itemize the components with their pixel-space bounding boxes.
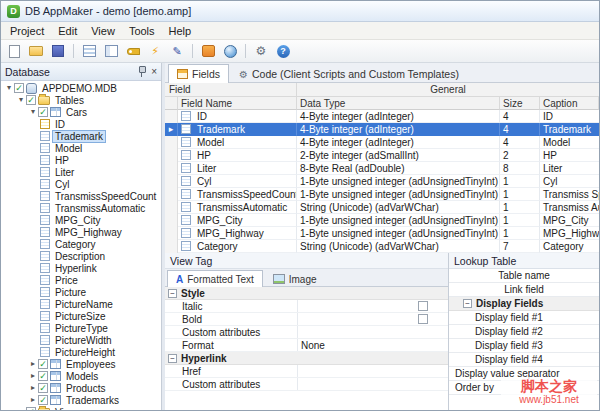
tree-item-cars[interactable]: ▾✓Cars — [1, 106, 161, 118]
italic-checkbox[interactable] — [418, 301, 428, 311]
tree-item-transmissspeedcount[interactable]: TransmissSpeedCount — [1, 190, 161, 202]
field-row-transmissspeedcount[interactable]: TransmissSpeedCount1-Byte unsigned integ… — [165, 188, 599, 201]
tree-item-picturesize[interactable]: PictureSize — [1, 310, 161, 322]
generate-scripts-button[interactable]: ⚡ — [145, 42, 165, 60]
property-value[interactable] — [298, 365, 448, 377]
expand-icon[interactable]: ▸ — [28, 370, 38, 382]
field-row-cyl[interactable]: Cyl1-Byte unsigned integer (adUnsignedTi… — [165, 175, 599, 188]
property-row-bold[interactable]: Bold — [165, 313, 448, 326]
menu-help[interactable]: Help — [162, 24, 199, 38]
property-value[interactable] — [298, 378, 448, 390]
property-row-custom-attributes[interactable]: Custom attributes — [165, 378, 448, 391]
field-row-transmissautomatic[interactable]: TransmissAutomaticString (Unicode) (adVa… — [165, 201, 599, 214]
property-value[interactable] — [298, 326, 448, 338]
collapse-icon[interactable]: ▾ — [16, 94, 26, 106]
lookup-row-link-field[interactable]: Link field — [449, 283, 599, 297]
expand-icon[interactable]: ▸ — [28, 382, 38, 394]
menu-tools[interactable]: Tools — [122, 24, 162, 38]
tree-item-transmissautomatic[interactable]: TransmissAutomatic — [1, 202, 161, 214]
property-row-href[interactable]: Href — [165, 365, 448, 378]
field-row-trademark[interactable]: ▸Trademark4-Byte integer (adInteger)4Tra… — [165, 123, 599, 136]
lookup-row-display-fields[interactable]: −Display Fields — [449, 297, 599, 311]
tree-item-category[interactable]: Category — [1, 238, 161, 250]
field-setup-button[interactable] — [101, 42, 121, 60]
field-row-hp[interactable]: HP2-Byte integer (adSmallInt)2HP — [165, 149, 599, 162]
property-value[interactable]: None — [298, 339, 448, 351]
field-row-model[interactable]: Model4-Byte integer (adInteger)4Model — [165, 136, 599, 149]
tree-item-views[interactable]: ▸✓Views — [1, 406, 161, 410]
tree-item-hp[interactable]: HP — [1, 154, 161, 166]
menu-view[interactable]: View — [84, 24, 122, 38]
tree-item-products[interactable]: ▸✓Products — [1, 382, 161, 394]
view-tag-tab-formatted-text[interactable]: AFormatted Text — [167, 270, 263, 287]
tree-checkbox[interactable]: ✓ — [38, 107, 48, 117]
open-project-button[interactable] — [26, 42, 46, 60]
tree-checkbox[interactable]: ✓ — [38, 359, 48, 369]
tree-item-employees[interactable]: ▸✓Employees — [1, 358, 161, 370]
collapse-icon[interactable]: − — [168, 289, 177, 298]
field-row-category[interactable]: CategoryString (Unicode) (adVarWChar)7Ca… — [165, 240, 599, 253]
tree-checkbox[interactable]: ✓ — [26, 95, 36, 105]
collapse-icon[interactable]: − — [463, 299, 472, 308]
browse-application-button[interactable] — [220, 42, 240, 60]
property-group-style[interactable]: −Style — [165, 287, 448, 300]
lookup-row-table-name[interactable]: Table name — [449, 269, 599, 283]
tree-item-tables[interactable]: ▾✓Tables — [1, 94, 161, 106]
tree-item-picturetype[interactable]: PictureType — [1, 322, 161, 334]
key-setup-button[interactable] — [123, 42, 143, 60]
tree-item-mpg-highway[interactable]: MPG_Highway — [1, 226, 161, 238]
field-row-id[interactable]: ID4-Byte integer (adInteger)4ID — [165, 110, 599, 123]
collapse-icon[interactable]: − — [168, 354, 177, 363]
tree-checkbox[interactable]: ✓ — [14, 83, 24, 93]
tree-item-picture[interactable]: Picture — [1, 286, 161, 298]
database-objects-button[interactable] — [79, 42, 99, 60]
tree-item-mpg-city[interactable]: MPG_City — [1, 214, 161, 226]
lookup-row-display-field-3[interactable]: Display field #3 — [449, 339, 599, 353]
tree-item-id[interactable]: ID — [1, 118, 161, 130]
expand-icon[interactable]: ▸ — [28, 394, 38, 406]
close-icon[interactable]: × — [151, 67, 157, 77]
menu-edit[interactable]: Edit — [51, 24, 84, 38]
tree-item-cyl[interactable]: Cyl — [1, 178, 161, 190]
tree-item-model[interactable]: Model — [1, 142, 161, 154]
generate-application-button[interactable] — [198, 42, 218, 60]
lookup-row-display-field-1[interactable]: Display field #1 — [449, 311, 599, 325]
property-row-custom-attributes[interactable]: Custom attributes — [165, 326, 448, 339]
lookup-row-display-field-4[interactable]: Display field #4 — [449, 353, 599, 367]
column-header-data-type[interactable]: Data Type — [297, 97, 500, 110]
column-header-size[interactable]: Size — [500, 97, 540, 110]
view-tag-tab-image[interactable]: Image — [264, 271, 326, 286]
new-project-button[interactable] — [4, 42, 24, 60]
collapse-icon[interactable]: ▾ — [4, 82, 14, 94]
tree-item-hyperlink[interactable]: Hyperlink — [1, 262, 161, 274]
tree-item-description[interactable]: Description — [1, 250, 161, 262]
tree-item-trademark[interactable]: Trademark — [1, 130, 161, 142]
help-button[interactable]: ? — [273, 42, 293, 60]
collapse-icon[interactable]: ▾ — [28, 106, 38, 118]
tree-item-models[interactable]: ▸✓Models — [1, 370, 161, 382]
tree-checkbox[interactable]: ✓ — [26, 407, 36, 410]
property-row-format[interactable]: FormatNone — [165, 339, 448, 352]
tree-item-trademarks[interactable]: ▸✓Trademarks — [1, 394, 161, 406]
field-row-mpg-city[interactable]: MPG_City1-Byte unsigned integer (adUnsig… — [165, 214, 599, 227]
field-row-liter[interactable]: Liter8-Byte Real (adDouble)8Liter — [165, 162, 599, 175]
column-header-caption[interactable]: Caption — [540, 97, 599, 110]
property-row-italic[interactable]: Italic — [165, 300, 448, 313]
property-value[interactable] — [298, 313, 448, 325]
tree-item-price[interactable]: Price — [1, 274, 161, 286]
tab-fields[interactable]: Fields — [168, 64, 229, 83]
tree-item-appdemo-mdb[interactable]: ▾✓APPDEMO.MDB — [1, 82, 161, 94]
tree-checkbox[interactable]: ✓ — [38, 371, 48, 381]
lookup-row-display-field-2[interactable]: Display field #2 — [449, 325, 599, 339]
field-row-mpg-highway[interactable]: MPG_Highway1-Byte unsigned integer (adUn… — [165, 227, 599, 240]
tree-checkbox[interactable]: ✓ — [38, 383, 48, 393]
expand-icon[interactable]: ▸ — [28, 358, 38, 370]
tab-code-client-scripts-and-custom-templates[interactable]: ⚙Code (Client Scripts and Custom Templat… — [230, 65, 468, 82]
save-project-button[interactable] — [48, 42, 68, 60]
edit-labels-button[interactable]: ✎ — [167, 42, 187, 60]
menu-project[interactable]: Project — [3, 24, 51, 38]
property-value[interactable] — [298, 300, 448, 312]
tree-checkbox[interactable]: ✓ — [38, 395, 48, 405]
property-group-hyperlink[interactable]: −Hyperlink — [165, 352, 448, 365]
tree-item-pictureheight[interactable]: PictureHeight — [1, 346, 161, 358]
